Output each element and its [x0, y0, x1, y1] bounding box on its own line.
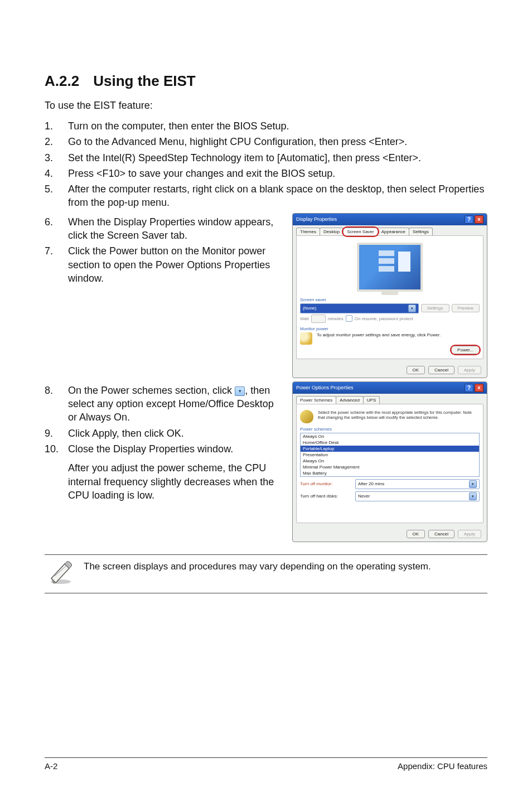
scheme-option[interactable]: Max Battery	[301, 470, 479, 476]
step-text: Go to the Advanced Menu, highlight CPU C…	[68, 135, 487, 148]
chevron-down-icon[interactable]: ▾	[469, 492, 477, 500]
monitor-power-label: Monitor power	[300, 326, 480, 331]
apply-button[interactable]: Apply	[458, 530, 481, 538]
steps-list: 1.Turn on the computer, then enter the B…	[45, 119, 487, 210]
dialog-tabs: Themes Desktop Screen Saver Appearance S…	[293, 225, 487, 235]
cancel-button[interactable]: Cancel	[428, 530, 454, 538]
wait-label: Wait	[300, 316, 309, 321]
help-icon[interactable]: ?	[465, 384, 473, 392]
power-plug-icon	[300, 410, 313, 423]
note-text: The screen displays and procedures may v…	[84, 561, 431, 572]
step-text: On the Power schemes section, click ▾, t…	[68, 384, 280, 424]
ok-button[interactable]: OK	[407, 366, 425, 374]
chevron-down-icon[interactable]: ▾	[408, 305, 416, 312]
scheme-option[interactable]: Presentation	[301, 452, 479, 458]
note-pencil-icon	[48, 559, 74, 585]
wait-units: minutes	[328, 316, 344, 321]
screensaver-group-label: Screen saver	[300, 297, 480, 302]
page-number: A-2	[45, 761, 57, 771]
apply-button[interactable]: Apply	[458, 366, 481, 374]
tab-ups[interactable]: UPS	[363, 396, 380, 404]
section-heading: A.2.2 Using the EIST	[45, 73, 487, 90]
step-text: Click Apply, then click OK.	[68, 427, 280, 440]
screensaver-select[interactable]: (None) ▾	[300, 303, 419, 313]
page-footer: A-2 Appendix: CPU features	[45, 757, 487, 771]
document-page: A.2.2 Using the EIST To use the EIST fea…	[0, 0, 532, 802]
turnoff-monitor-value: After 20 mins	[358, 481, 469, 486]
close-icon[interactable]: ×	[475, 384, 483, 392]
note-callout: The screen displays and procedures may v…	[45, 554, 487, 593]
step-text: Close the Display Properties window.	[68, 442, 280, 456]
display-properties-dialog: Display Properties ? × Themes Desktop Sc…	[292, 213, 487, 378]
screensaver-value: (None)	[303, 306, 408, 311]
dialog-title: Display Properties	[296, 216, 337, 222]
resume-checkbox[interactable]	[346, 315, 352, 322]
step-number: 1.	[45, 119, 68, 133]
step-number: 3.	[45, 151, 68, 165]
power-options-dialog: Power Options Properties ? × Power Schem…	[292, 381, 487, 542]
scheme-option[interactable]: Always On	[301, 458, 479, 464]
tab-desktop[interactable]: Desktop	[320, 228, 344, 235]
tab-themes[interactable]: Themes	[296, 228, 320, 235]
ok-button[interactable]: OK	[407, 530, 425, 538]
monitor-power-text: To adjust monitor power settings and sav…	[317, 332, 480, 337]
chevron-down-icon[interactable]: ▾	[469, 480, 477, 488]
dialog-title: Power Options Properties	[296, 385, 354, 390]
step-text: Set the Intel(R) SpeedStep Technology it…	[68, 151, 487, 165]
tab-appearance[interactable]: Appearance	[378, 228, 409, 235]
turnoff-hd-select[interactable]: Never ▾	[355, 491, 480, 501]
turnoff-monitor-label: Turn off monitor:	[300, 481, 353, 486]
after-adjust-text: After you adjust the power scheme, the C…	[68, 461, 280, 502]
dialog-tabs: Power Schemes Advanced UPS	[293, 394, 487, 404]
settings-button[interactable]: Settings	[421, 304, 449, 312]
step-number: 8.	[45, 384, 68, 397]
power-schemes-select[interactable]: Always On Home/Office Desk Portable/Lapt…	[300, 433, 480, 477]
step-text: After the computer restarts, right click…	[68, 182, 487, 210]
section-title-text: Using the EIST	[93, 73, 195, 89]
scheme-selected: Always On	[301, 433, 479, 439]
step-number: 10.	[45, 442, 68, 456]
tab-screen-saver[interactable]: Screen Saver	[343, 228, 378, 235]
power-schemes-label: Power schemes	[300, 427, 480, 432]
energy-star-icon	[300, 332, 312, 345]
turnoff-hd-value: Never	[358, 494, 469, 499]
step-number: 7.	[45, 244, 68, 258]
tab-advanced[interactable]: Advanced	[336, 396, 364, 404]
steps-list: 6.When the Display Properties window app…	[45, 215, 280, 285]
step-number: 2.	[45, 135, 68, 148]
intro-text: To use the EIST feature:	[45, 100, 487, 112]
wait-stepper[interactable]	[311, 315, 326, 323]
cancel-button[interactable]: Cancel	[428, 366, 454, 374]
preview-button[interactable]: Preview	[452, 304, 480, 312]
scheme-option[interactable]: Minimal Power Management	[301, 464, 479, 470]
scheme-option[interactable]: Home/Office Desk	[301, 439, 479, 446]
steps-list: 8. On the Power schemes section, click ▾…	[45, 384, 280, 456]
close-icon[interactable]: ×	[475, 215, 483, 224]
tab-settings[interactable]: Settings	[409, 228, 433, 235]
step-number: 4.	[45, 167, 68, 180]
help-icon[interactable]: ?	[465, 215, 473, 224]
power-button[interactable]: Power...	[451, 346, 480, 354]
step-text: Click the Power button on the Monitor po…	[68, 244, 280, 285]
tab-power-schemes[interactable]: Power Schemes	[296, 396, 336, 404]
scheme-option[interactable]: Portable/Laptop	[301, 446, 479, 452]
monitor-preview-icon	[300, 243, 480, 292]
turnoff-hd-label: Turn off hard disks:	[300, 494, 353, 499]
step-number: 6.	[45, 215, 68, 229]
chevron-down-icon: ▾	[235, 386, 245, 396]
step-text: Press <F10> to save your changes and exi…	[68, 167, 487, 180]
step-number: 5.	[45, 182, 68, 196]
section-number: A.2.2	[45, 73, 89, 90]
resume-label: On resume, password protect	[355, 316, 413, 321]
step-text: When the Display Properties window appea…	[68, 215, 280, 243]
turnoff-monitor-select[interactable]: After 20 mins ▾	[355, 479, 480, 489]
step-text: Turn on the computer, then enter the BIO…	[68, 119, 487, 133]
power-info-text: Select the power scheme with the most ap…	[318, 410, 480, 423]
footer-section: Appendix: CPU features	[398, 761, 487, 771]
step-number: 9.	[45, 427, 68, 440]
